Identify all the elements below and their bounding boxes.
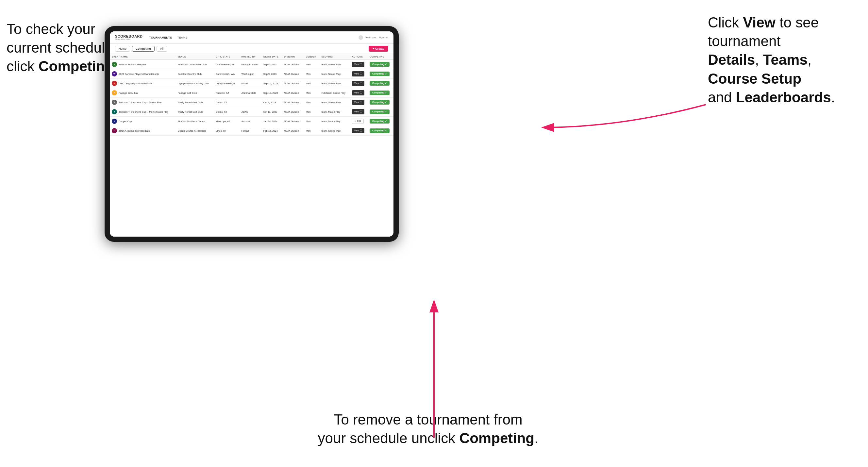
hosted-by-cell: Washington bbox=[240, 69, 261, 79]
division-cell: NCAA Division I bbox=[282, 79, 304, 88]
filter-all[interactable]: All bbox=[157, 46, 167, 52]
event-name-text: John A. Burns Intercollegiate bbox=[119, 129, 150, 132]
table-row: F Folds of Honor Collegiate American Dun… bbox=[110, 60, 394, 69]
competing-button[interactable]: Competing ✓ bbox=[370, 81, 390, 86]
actions-cell[interactable]: View ⓘ bbox=[350, 126, 368, 136]
event-name-text: 2023 Sahalee Players Championship bbox=[119, 72, 159, 75]
scoring-cell: team, Stroke Play bbox=[319, 126, 350, 136]
competing-cell[interactable]: Competing ✓ bbox=[368, 98, 394, 107]
table-header: EVENT NAME VENUE CITY, STATE HOSTED BY S… bbox=[110, 54, 394, 60]
col-actions: ACTIONS bbox=[350, 54, 368, 60]
competing-cell[interactable]: Competing ✓ bbox=[368, 79, 394, 88]
city-state-cell: Dallas, TX bbox=[214, 107, 239, 117]
competing-button[interactable]: Competing ✓ bbox=[370, 110, 390, 114]
filter-home[interactable]: Home bbox=[115, 46, 130, 52]
actions-cell[interactable]: View ⓘ bbox=[350, 79, 368, 88]
hosted-by-cell bbox=[240, 98, 261, 107]
view-button[interactable]: View ⓘ bbox=[352, 100, 364, 105]
venue-cell: Ocean Course At Hokuala bbox=[176, 126, 214, 136]
competing-button[interactable]: Competing ✓ bbox=[370, 128, 390, 133]
gender-cell: Men bbox=[304, 117, 320, 126]
start-date-cell: Feb 15, 2024 bbox=[261, 126, 282, 136]
division-cell: NCAA Division I bbox=[282, 117, 304, 126]
competing-button[interactable]: Competing ✓ bbox=[370, 119, 390, 124]
col-competing: COMPETING bbox=[368, 54, 394, 60]
table-row: P Papago Individual Papago Golf ClubPhoe… bbox=[110, 88, 394, 98]
hosted-by-cell: Arizona State bbox=[240, 88, 261, 98]
city-state-cell: Sammamish, WA bbox=[214, 69, 239, 79]
scoring-cell: team, Match Play bbox=[319, 107, 350, 117]
actions-cell[interactable]: ✏ Edit bbox=[350, 117, 368, 126]
team-logo: H bbox=[112, 128, 117, 133]
view-button[interactable]: View ⓘ bbox=[352, 109, 364, 114]
filter-competing[interactable]: Competing bbox=[132, 46, 155, 52]
gender-cell: Men bbox=[304, 107, 320, 117]
edit-button[interactable]: ✏ Edit bbox=[352, 119, 364, 124]
nav-tournaments[interactable]: TOURNAMENTS bbox=[149, 36, 172, 39]
competing-cell[interactable]: Competing ✓ bbox=[368, 60, 394, 69]
tournaments-table: EVENT NAME VENUE CITY, STATE HOSTED BY S… bbox=[110, 54, 394, 136]
competing-cell[interactable]: Competing ✓ bbox=[368, 117, 394, 126]
gender-cell: Men bbox=[304, 88, 320, 98]
team-logo: J bbox=[112, 109, 117, 114]
hosted-by-cell: Illinois bbox=[240, 79, 261, 88]
table-row: W 2023 Sahalee Players Championship Saha… bbox=[110, 69, 394, 79]
view-button[interactable]: View ⓘ bbox=[352, 81, 364, 86]
event-name-text: Copper Cup bbox=[119, 120, 132, 123]
scoring-cell: team, Stroke Play bbox=[319, 60, 350, 69]
actions-cell[interactable]: View ⓘ bbox=[350, 69, 368, 79]
competing-cell[interactable]: Competing ✓ bbox=[368, 69, 394, 79]
event-name-text: Folds of Honor Collegiate bbox=[119, 63, 147, 66]
venue-cell: Ak-Chin Southern Dunes bbox=[176, 117, 214, 126]
nav-user: Test User bbox=[365, 36, 376, 39]
view-button[interactable]: View ⓘ bbox=[352, 62, 364, 67]
tournaments-table-container: EVENT NAME VENUE CITY, STATE HOSTED BY S… bbox=[110, 54, 394, 237]
division-cell: NCAA Division I bbox=[282, 126, 304, 136]
hosted-by-cell: Arizona bbox=[240, 117, 261, 126]
scoring-cell: individual, Stroke Play bbox=[319, 88, 350, 98]
actions-cell[interactable]: View ⓘ bbox=[350, 88, 368, 98]
competing-cell[interactable]: Competing ✓ bbox=[368, 126, 394, 136]
actions-cell[interactable]: View ⓘ bbox=[350, 107, 368, 117]
nav-teams[interactable]: TEAMS bbox=[177, 36, 187, 39]
team-logo: A bbox=[112, 119, 117, 124]
competing-button[interactable]: Competing ✓ bbox=[370, 62, 390, 67]
start-date-cell: Oct 9, 2023 bbox=[261, 98, 282, 107]
view-button[interactable]: View ⓘ bbox=[352, 128, 364, 133]
event-name-cell: W 2023 Sahalee Players Championship bbox=[110, 69, 176, 79]
create-button[interactable]: + Create bbox=[369, 46, 388, 52]
venue-cell: American Dunes Golf Club bbox=[176, 60, 214, 69]
competing-button[interactable]: Competing ✓ bbox=[370, 100, 390, 104]
nav-bar: SCOREBOARD Powered by clippi TOURNAMENTS… bbox=[110, 31, 394, 44]
event-name-cell: J Jackson T. Stephens Cup – Stroke Play bbox=[110, 98, 176, 107]
table-row: J Jackson T. Stephens Cup – Men's Match … bbox=[110, 107, 394, 117]
filter-bar: Home Competing All + Create bbox=[110, 44, 394, 54]
powered-by: Powered by clippi bbox=[115, 38, 143, 40]
start-date-cell: Sep 9, 2023 bbox=[261, 69, 282, 79]
annotation-top-right: Click View to see tournament Details, Te… bbox=[708, 13, 865, 106]
gender-cell: Men bbox=[304, 79, 320, 88]
competing-cell[interactable]: Competing ✓ bbox=[368, 107, 394, 117]
nav-signout[interactable]: Sign out bbox=[379, 36, 388, 39]
view-button[interactable]: View ⓘ bbox=[352, 90, 364, 95]
col-city-state: CITY, STATE bbox=[214, 54, 239, 60]
start-date-cell: Sep 15, 2023 bbox=[261, 79, 282, 88]
scoring-cell: team, Stroke Play bbox=[319, 98, 350, 107]
competing-button[interactable]: Competing ✓ bbox=[370, 71, 390, 76]
actions-cell[interactable]: View ⓘ bbox=[350, 98, 368, 107]
scoring-cell: team, Stroke Play bbox=[319, 69, 350, 79]
venue-cell: Sahalee Country Club bbox=[176, 69, 214, 79]
actions-cell[interactable]: View ⓘ bbox=[350, 60, 368, 69]
competing-cell[interactable]: Competing ✓ bbox=[368, 88, 394, 98]
city-state-cell: Lihue, HI bbox=[214, 126, 239, 136]
table-row: A Copper Cup Ak-Chin Southern DunesMaric… bbox=[110, 117, 394, 126]
start-date-cell: Jan 14, 2024 bbox=[261, 117, 282, 126]
division-cell: NCAA Division I bbox=[282, 69, 304, 79]
competing-button[interactable]: Competing ✓ bbox=[370, 91, 390, 95]
gender-cell: Men bbox=[304, 126, 320, 136]
gender-cell: Men bbox=[304, 60, 320, 69]
gender-cell: Men bbox=[304, 98, 320, 107]
table-body: F Folds of Honor Collegiate American Dun… bbox=[110, 60, 394, 136]
team-logo: P bbox=[112, 90, 117, 95]
view-button[interactable]: View ⓘ bbox=[352, 71, 364, 76]
